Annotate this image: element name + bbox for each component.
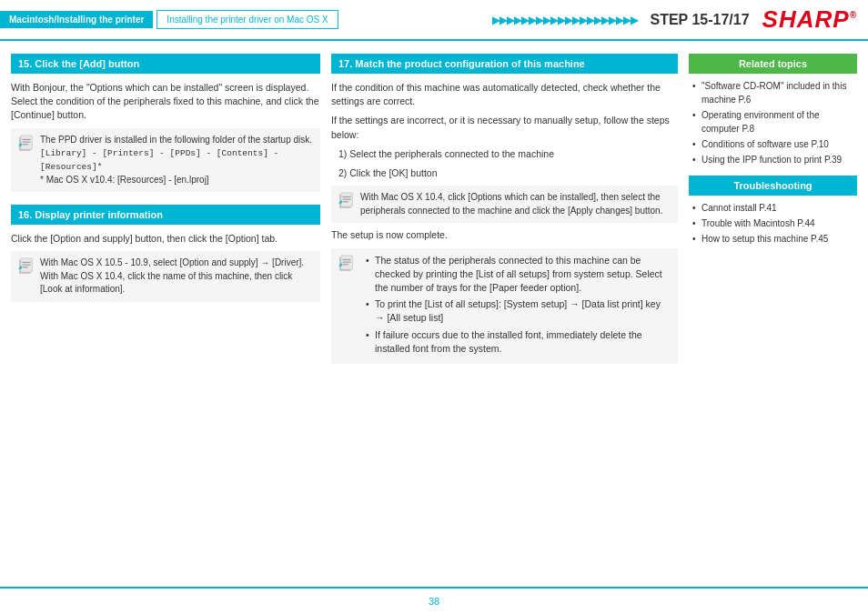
trouble-item-1: Cannot install P.41 bbox=[692, 201, 857, 215]
section17-body2: If the settings are incorrect, or it is … bbox=[331, 114, 678, 141]
note-icon-4 bbox=[338, 255, 355, 271]
trouble-item-2: Trouble with Macintosh P.44 bbox=[692, 216, 857, 230]
section15-note-text: The PPD driver is installed in the follo… bbox=[40, 134, 313, 187]
note-icon bbox=[18, 135, 35, 151]
section17-bullet-block: The status of the peripherals connected … bbox=[331, 248, 678, 365]
related-item-2: Operating environment of the computer P.… bbox=[692, 108, 857, 136]
related-item-4: Using the IPP function to print P.39 bbox=[692, 153, 857, 166]
note-icon-3 bbox=[338, 192, 355, 208]
page-footer: 38 bbox=[0, 587, 868, 614]
related-topics-header: Related topics bbox=[689, 54, 857, 74]
section16-note: With Mac OS X 10.5 - 10.9, select [Optio… bbox=[11, 251, 320, 302]
progress-arrows: ▶▶▶▶▶▶▶▶▶▶▶▶▶▶▶▶▶▶▶▶ bbox=[492, 14, 638, 26]
section17-note: With Mac OS X 10.4, click [Options which… bbox=[331, 186, 678, 223]
col-middle: 17. Match the product configuration of t… bbox=[331, 54, 678, 369]
section17-header: 17. Match the product configuration of t… bbox=[331, 54, 678, 74]
main-content: 15. Click the [Add] button With Bonjour,… bbox=[0, 41, 868, 397]
section15-note: The PPD driver is installed in the follo… bbox=[11, 128, 320, 193]
col-right: Related topics "Software CD-ROM" include… bbox=[689, 54, 857, 369]
step-label: STEP 15-17/17 bbox=[651, 12, 750, 28]
page-number: 38 bbox=[429, 596, 439, 607]
breadcrumb-macintosh[interactable]: Macintosh/Installing the printer bbox=[0, 11, 153, 28]
sharp-logo: SHARP® bbox=[762, 5, 857, 34]
header-right: ▶▶▶▶▶▶▶▶▶▶▶▶▶▶▶▶▶▶▶▶ STEP 15-17/17 SHARP… bbox=[492, 5, 858, 34]
section16-note-text: With Mac OS X 10.5 - 10.9, select [Optio… bbox=[40, 257, 313, 297]
section17-note-text: With Mac OS X 10.4, click [Options which… bbox=[360, 191, 671, 217]
bullet-item-3: If failure occurs due to the installed f… bbox=[366, 328, 671, 356]
section17-body3: 1) Select the peripherals connected to t… bbox=[338, 147, 678, 161]
bullet-item-2: To print the [List of all setups]: [Syst… bbox=[366, 297, 671, 325]
section17-body4: 2) Click the [OK] button bbox=[338, 166, 678, 180]
breadcrumb-installing[interactable]: Installing the printer driver on Mac OS … bbox=[156, 10, 338, 29]
section15-body1: With Bonjour, the "Options which can be … bbox=[11, 81, 320, 123]
section17-bullets: The status of the peripherals connected … bbox=[360, 254, 671, 359]
section17-body5: The setup is now complete. bbox=[331, 228, 678, 242]
col-left: 15. Click the [Add] button With Bonjour,… bbox=[11, 54, 320, 369]
related-topics-list: "Software CD-ROM" included in this machi… bbox=[689, 79, 857, 166]
bullet-item-1: The status of the peripherals connected … bbox=[366, 254, 671, 296]
troubleshooting-list: Cannot install P.41 Trouble with Macinto… bbox=[689, 201, 857, 246]
section17-body1: If the condition of this machine was aut… bbox=[331, 81, 678, 108]
troubleshooting-header: Troubleshooting bbox=[689, 176, 857, 196]
related-item-3: Conditions of software use P.10 bbox=[692, 137, 857, 151]
breadcrumb-area: Macintosh/Installing the printer Install… bbox=[0, 10, 338, 29]
section16-header: 16. Display printer information bbox=[11, 205, 320, 225]
section16-body1: Click the [Option and supply] button, th… bbox=[11, 232, 320, 246]
related-item-1: "Software CD-ROM" included in this machi… bbox=[692, 79, 857, 106]
page-header: Macintosh/Installing the printer Install… bbox=[0, 0, 868, 41]
note-icon-2 bbox=[18, 257, 35, 274]
section15-header: 15. Click the [Add] button bbox=[11, 54, 320, 74]
trouble-item-3: How to setup this machine P.45 bbox=[692, 232, 857, 246]
